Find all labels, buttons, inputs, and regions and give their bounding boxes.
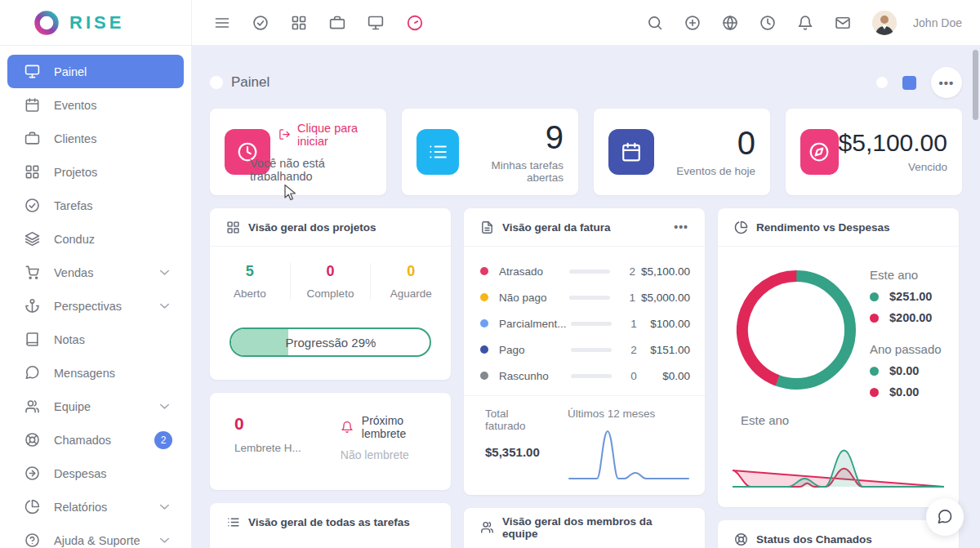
status-dot [480, 293, 488, 301]
menu-icon[interactable] [214, 15, 230, 31]
search-icon[interactable] [647, 15, 663, 31]
sidebar-item-label: Mensagens [54, 367, 115, 380]
dashboard-more-button[interactable]: ••• [931, 67, 962, 98]
sidebar-item-ajuda[interactable]: Ajuda & Suporte [7, 523, 184, 548]
sidebar-item-label: Eventos [54, 99, 96, 112]
messages-icon[interactable] [835, 15, 851, 31]
logo[interactable]: RISE [0, 0, 192, 45]
timer-status-text: Você não está trabalhando [250, 157, 372, 183]
sidebar-item-label: Perspectivas [54, 300, 122, 313]
invoice-row-pago[interactable]: Pago 2 $151.00 [480, 336, 690, 363]
sidebar-item-label: Painel [54, 65, 87, 78]
invoice-12m-line-chart [568, 423, 690, 483]
page-titlebar: Painel ••• [210, 67, 962, 98]
history-icon[interactable] [760, 15, 776, 31]
overdue-label: Vencido [839, 161, 947, 173]
layout-toggle-square[interactable] [902, 76, 916, 90]
avatar[interactable] [872, 11, 897, 35]
start-icon [278, 128, 291, 140]
quick-add-icon[interactable] [684, 15, 701, 31]
monitor-icon [24, 64, 40, 79]
invoice-row-rascunho[interactable]: Rascunho 0 $0.00 [480, 363, 690, 389]
team-members-overview-card: Visão geral dos membros da equipe [464, 508, 705, 548]
invoice-overview-title: Visão geral da fatura [502, 221, 611, 234]
sidebar-item-notas[interactable]: Notas [7, 323, 184, 356]
income-expense-area-chart [731, 430, 946, 494]
events-today-label: Eventos de hoje [676, 165, 755, 177]
chat-icon [937, 509, 953, 525]
notifications-icon[interactable] [797, 15, 813, 31]
sidebar-item-relatorios[interactable]: Relatórios [7, 490, 184, 523]
overdue-amount: $5,100.00 [839, 131, 947, 155]
invoice-more-button[interactable]: ••• [674, 221, 688, 234]
sidebar-item-label: Chamados [54, 434, 111, 447]
invoice-total-value: $5,351.00 [485, 445, 545, 459]
sidebar-item-clientes[interactable]: Clientes [7, 122, 184, 155]
legend-this-year-label: Este ano [870, 268, 942, 282]
sidebar-item-chamados[interactable]: Chamados 2 [7, 423, 184, 457]
sidebar-item-label: Equipe [54, 400, 91, 413]
projects-progress-bar: Progressão 29% [229, 327, 431, 357]
sidebar-item-despesas[interactable]: Despesas [7, 457, 184, 490]
invoice-row-parcialmente[interactable]: Parcialment... 1 $100.00 [480, 310, 690, 336]
timer-card[interactable]: Clique para iniciar Você não está trabal… [210, 109, 386, 195]
arrow-right-circle-icon [24, 466, 40, 481]
user-name[interactable]: John Doe [913, 16, 962, 29]
book-icon [24, 332, 40, 347]
sidebar-item-painel[interactable]: Painel [7, 55, 184, 88]
grid-icon [226, 221, 240, 234]
start-timer-action[interactable]: Clique para iniciar [278, 122, 372, 148]
sidebar-item-projetos[interactable]: Projetos [7, 155, 184, 189]
sidebar-item-conduz[interactable]: Conduz [7, 222, 184, 256]
file-text-icon [480, 221, 494, 234]
next-reminder-value: Não lembrete [341, 448, 434, 461]
overdue-card[interactable]: $5,100.00 Vencido [786, 109, 962, 195]
dashboard-quick-icon[interactable] [368, 15, 384, 31]
scrollbar-thumb[interactable] [973, 50, 978, 120]
briefcase-icon [24, 131, 40, 146]
sidebar-item-label: Conduz [54, 233, 95, 246]
status-dot [480, 267, 488, 275]
next-reminder-label: Próximo lembrete [362, 414, 434, 440]
reminders-card[interactable]: 0 Lembrete H... Próximo lembrete Não lem… [210, 393, 451, 490]
invoice-row-atrasado[interactable]: Atrasado 2 $5,100.00 [480, 258, 690, 284]
cart-icon [24, 265, 40, 280]
pie-chart-icon [24, 499, 40, 515]
language-icon[interactable] [722, 15, 738, 31]
status-bar [569, 270, 610, 274]
sidebar: Painel Eventos Clientes Projetos Tarefas… [0, 46, 192, 548]
invoice-total-label: Total faturado [485, 408, 545, 432]
income-expense-donut-chart [731, 265, 862, 395]
sidebar-item-label: Projetos [54, 166, 97, 179]
status-dot [480, 319, 488, 327]
projects-hold-count: 0 [371, 263, 451, 280]
invoice-row-nao-pago[interactable]: Não pago 1 $5,000.00 [480, 284, 690, 310]
ticket-status-title: Status dos Chamados [756, 533, 872, 546]
sidebar-item-label: Tarefas [54, 199, 93, 212]
timer-quick-icon[interactable] [406, 14, 424, 32]
sidebar-item-tarefas[interactable]: Tarefas [7, 189, 184, 222]
chevron-down-icon [157, 532, 172, 548]
pie-chart-icon [734, 221, 748, 234]
todo-icon[interactable] [252, 15, 269, 31]
check-circle-icon [24, 198, 40, 213]
legend-last-year-label: Ano passado [870, 342, 942, 356]
all-tasks-overview-title: Visão geral de todas as tarefas [248, 516, 410, 528]
anchor-icon [24, 298, 40, 314]
sidebar-item-eventos[interactable]: Eventos [7, 88, 184, 122]
status-dot [480, 345, 488, 354]
events-today-card[interactable]: 0 Eventos de hoje [594, 109, 770, 195]
income-vs-expenses-card: Rendimento vs Despesas Este ano $251.00 … [718, 208, 959, 507]
status-bar [569, 296, 610, 300]
open-tasks-card[interactable]: 9 Minhas tarefas abertas [402, 109, 578, 195]
sidebar-item-mensagens[interactable]: Mensagens [7, 356, 184, 390]
sidebar-item-perspectivas[interactable]: Perspectivas [7, 289, 184, 323]
clients-quick-icon[interactable] [329, 15, 345, 31]
income-vs-expenses-title: Rendimento vs Despesas [756, 221, 890, 234]
layout-toggle-dot[interactable] [876, 77, 888, 88]
sidebar-item-vendas[interactable]: Vendas [7, 256, 184, 289]
apps-icon[interactable] [291, 15, 307, 31]
sidebar-item-equipe[interactable]: Equipe [7, 390, 184, 423]
chat-fab-button[interactable] [926, 498, 964, 536]
last-year-expense: $0.00 [889, 385, 919, 399]
